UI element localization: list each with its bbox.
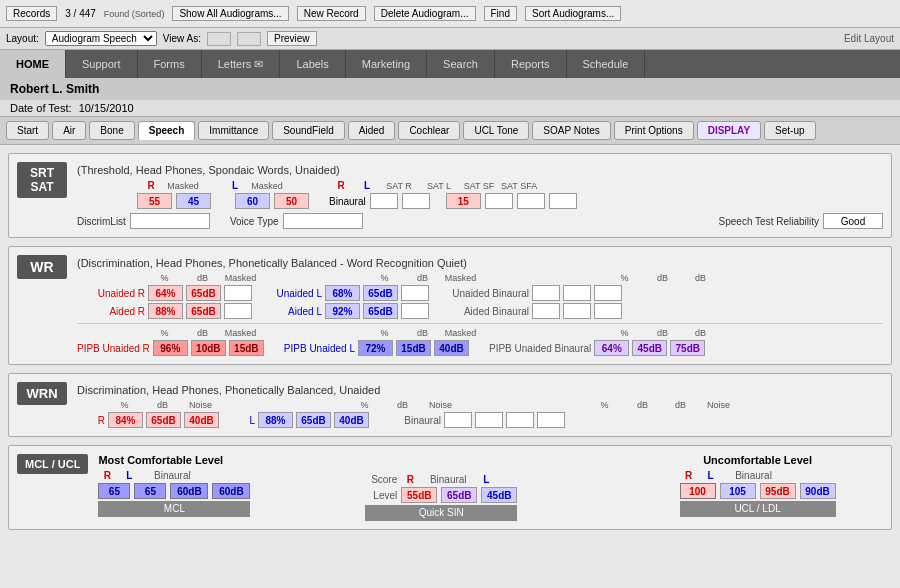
unaided-l-pct[interactable]: 68% xyxy=(325,285,360,301)
tab-display[interactable]: DISPLAY xyxy=(697,121,761,140)
date-label: Date of Test: xyxy=(10,102,72,114)
sat-r-value[interactable]: 15 xyxy=(446,193,481,209)
wrn-l-pct[interactable]: 88% xyxy=(258,412,293,428)
aided-r-db[interactable]: 65dB xyxy=(186,303,221,319)
sat-sf-field[interactable] xyxy=(517,193,545,209)
aided-l-pct[interactable]: 92% xyxy=(325,303,360,319)
sat-l-field[interactable] xyxy=(485,193,513,209)
tab-aided[interactable]: Aided xyxy=(348,121,396,140)
aided-bin-db2[interactable] xyxy=(594,303,622,319)
tab-print-options[interactable]: Print Options xyxy=(614,121,694,140)
aided-bin-db1[interactable] xyxy=(563,303,591,319)
delete-button[interactable]: Delete Audiogram... xyxy=(374,6,476,21)
pipb-l-db1[interactable]: 15dB xyxy=(396,340,431,356)
srt-r-masked[interactable]: 45 xyxy=(176,193,211,209)
ucl-binaural2[interactable]: 90dB xyxy=(800,483,836,499)
find-button[interactable]: Find xyxy=(484,6,517,21)
wrn-section: WRN Discrimination, Head Phones, Phoneti… xyxy=(8,373,892,437)
wrn-bin-db2[interactable] xyxy=(506,412,534,428)
records-button[interactable]: Records xyxy=(6,6,57,21)
tab-ucl-tone[interactable]: UCL Tone xyxy=(463,121,529,140)
pipb-bin-db1[interactable]: 45dB xyxy=(632,340,667,356)
layout-select[interactable]: Audiogram Speech xyxy=(45,31,157,46)
unaided-bin-db2[interactable] xyxy=(594,285,622,301)
show-all-button[interactable]: Show All Audiograms... xyxy=(172,6,288,21)
tab-speech[interactable]: Speech xyxy=(138,121,196,140)
tab-forms[interactable]: Forms xyxy=(138,50,202,78)
sat-sfa-field[interactable] xyxy=(549,193,577,209)
found-sorted-label: Found (Sorted) xyxy=(104,9,165,19)
sat-sf-header: SAT SF xyxy=(461,181,497,191)
pipb-r-pct[interactable]: 96% xyxy=(153,340,188,356)
pipb-r-db1[interactable]: 10dB xyxy=(191,340,226,356)
wrn-l-db[interactable]: 65dB xyxy=(296,412,331,428)
tab-soap-notes[interactable]: SOAP Notes xyxy=(532,121,611,140)
ucl-l-value[interactable]: 105 xyxy=(720,483,756,499)
preview-button[interactable]: Preview xyxy=(267,31,317,46)
aided-l-masked[interactable] xyxy=(401,303,429,319)
pipb-l-pct[interactable]: 72% xyxy=(358,340,393,356)
tab-set-up[interactable]: Set-up xyxy=(764,121,815,140)
wrn-r-db[interactable]: 65dB xyxy=(146,412,181,428)
pipb-l-db2[interactable]: 40dB xyxy=(434,340,469,356)
aided-bin-pct[interactable] xyxy=(532,303,560,319)
mcl-binaural1[interactable]: 60dB xyxy=(170,483,208,499)
pipb-r-db2[interactable]: 15dB xyxy=(229,340,264,356)
discrim-field[interactable] xyxy=(130,213,210,229)
wrn-bin-pct[interactable] xyxy=(444,412,472,428)
unaided-l-db[interactable]: 65dB xyxy=(363,285,398,301)
tab-labels[interactable]: Labels xyxy=(280,50,345,78)
reliability-value[interactable]: Good xyxy=(823,213,883,229)
tab-home[interactable]: HOME xyxy=(0,50,66,78)
binaural-r-field[interactable] xyxy=(370,193,398,209)
sort-button[interactable]: Sort Audiograms... xyxy=(525,6,621,21)
wrn-r-noise[interactable]: 40dB xyxy=(184,412,219,428)
edit-layout: Edit Layout xyxy=(844,33,894,44)
tab-start[interactable]: Start xyxy=(6,121,49,140)
masked-header-l: Masked xyxy=(249,181,285,191)
aided-r-pct[interactable]: 88% xyxy=(148,303,183,319)
tab-cochlear[interactable]: Cochlear xyxy=(398,121,460,140)
tab-support[interactable]: Support xyxy=(66,50,138,78)
tab-search[interactable]: Search xyxy=(427,50,495,78)
qs-binaural-level[interactable]: 65dB xyxy=(441,487,477,503)
tab-bone[interactable]: Bone xyxy=(89,121,134,140)
tab-soundfield[interactable]: SoundField xyxy=(272,121,345,140)
tab-schedule[interactable]: Schedule xyxy=(567,50,646,78)
tab-immittance[interactable]: Immittance xyxy=(198,121,269,140)
qs-r-level[interactable]: 55dB xyxy=(401,487,437,503)
srt-r-value[interactable]: 55 xyxy=(137,193,172,209)
aided-l-db[interactable]: 65dB xyxy=(363,303,398,319)
tab-reports[interactable]: Reports xyxy=(495,50,567,78)
new-record-button[interactable]: New Record xyxy=(297,6,366,21)
unaided-bin-db1[interactable] xyxy=(563,285,591,301)
mcl-label: MCL / UCL xyxy=(17,454,88,474)
srt-l-value[interactable]: 60 xyxy=(235,193,270,209)
wrn-l-noise[interactable]: 40dB xyxy=(334,412,369,428)
mcl-r-value[interactable]: 65 xyxy=(98,483,130,499)
srt-l-masked[interactable]: 50 xyxy=(274,193,309,209)
tab-air[interactable]: Air xyxy=(52,121,86,140)
wrn-bin-db[interactable] xyxy=(475,412,503,428)
unaided-l-masked[interactable] xyxy=(401,285,429,301)
pipb-bin-db2[interactable]: 75dB xyxy=(670,340,705,356)
wrn-bin-noise[interactable] xyxy=(537,412,565,428)
pipb-bin-pct[interactable]: 64% xyxy=(594,340,629,356)
main-content: SRTSAT (Threshold, Head Phones, Spondaic… xyxy=(0,145,900,588)
ucl-binaural1[interactable]: 95dB xyxy=(760,483,796,499)
binaural-l-field[interactable] xyxy=(402,193,430,209)
tab-letters[interactable]: Letters ✉ xyxy=(202,50,281,78)
unaided-r-db[interactable]: 65dB xyxy=(186,285,221,301)
unaided-r-masked[interactable] xyxy=(224,285,252,301)
voice-type-field[interactable] xyxy=(283,213,363,229)
mcl-l-value[interactable]: 65 xyxy=(134,483,166,499)
unaided-r-pct[interactable]: 64% xyxy=(148,285,183,301)
ucl-binaural-header: Binaural xyxy=(724,470,784,481)
mcl-binaural2[interactable]: 60dB xyxy=(212,483,250,499)
wrn-r-pct[interactable]: 84% xyxy=(108,412,143,428)
tab-marketing[interactable]: Marketing xyxy=(346,50,427,78)
aided-r-masked[interactable] xyxy=(224,303,252,319)
unaided-bin-pct[interactable] xyxy=(532,285,560,301)
qs-l-level[interactable]: 45dB xyxy=(481,487,517,503)
ucl-r-value[interactable]: 100 xyxy=(680,483,716,499)
